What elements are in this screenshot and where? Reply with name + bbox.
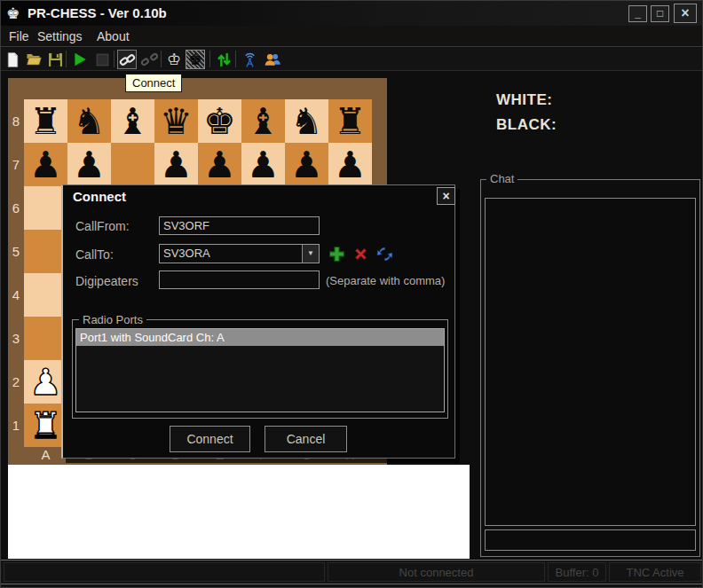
black-pawn[interactable]: ♟ [241,143,285,186]
title-bar: ♚ PR-CHESS - Ver 0.10b _ □ × [1,1,703,26]
users-icon [264,52,280,67]
status-connection: Not connected [328,562,545,582]
callto-value: SV3ORA [163,247,210,260]
black-rook[interactable]: ♜ [24,99,67,143]
toolbar: ♔ ♚ [1,48,703,71]
radio-port-item[interactable]: Port1 with SoundCard Ch: A [76,329,444,346]
chat-input[interactable] [485,529,696,551]
black-pawn[interactable]: ♟ [198,143,241,186]
callfrom-label: CallFrom: [75,219,130,233]
board-square[interactable]: ♜ [24,99,67,143]
chess-king-icon: ♚ [6,4,24,22]
black-rook[interactable]: ♜ [328,99,372,143]
white-piece-icon: ♔ [167,51,181,68]
board-square[interactable]: ♟ [154,143,198,186]
swap-callsign-button[interactable] [376,246,393,263]
board-square[interactable]: ♝ [111,99,154,143]
board-square[interactable]: ♞ [67,99,111,143]
disconnect-toolbar-button[interactable] [139,50,159,69]
callfrom-input[interactable] [159,216,320,235]
new-button[interactable] [3,50,22,69]
digipeaters-input[interactable] [159,270,320,289]
black-player-label: BLACK: [496,116,557,134]
play-icon [72,51,88,67]
black-queen[interactable]: ♛ [154,99,198,143]
add-callsign-button[interactable] [328,246,345,263]
chevron-down-icon[interactable]: ▼ [302,245,319,263]
connect-button[interactable]: Connect [170,426,250,452]
board-square[interactable]: ♟ [241,143,285,186]
play-button[interactable] [70,50,90,69]
maximize-button[interactable]: □ [651,5,669,22]
board-square[interactable]: ♟ [198,143,241,186]
toolbar-separator [114,51,115,67]
connect-chain-icon [119,51,136,68]
delete-callsign-button[interactable] [353,247,370,263]
delete-callsign-icon [353,247,368,262]
toolbar-separator [209,51,210,67]
board-square[interactable]: ♟ [285,143,328,186]
status-left [4,562,325,582]
minimize-button[interactable]: _ [628,5,647,22]
digipeaters-label: Digipeaters [75,274,138,288]
board-square[interactable]: ♛ [154,99,198,143]
menu-about[interactable]: About [97,29,130,43]
status-buffer: Buffer: 0 [548,562,606,582]
dialog-title: Connect [73,189,126,204]
menu-file[interactable]: File [9,29,29,43]
digipeaters-hint: (Separate with comma) [326,274,445,287]
black-pieces-button[interactable]: ♚ [186,50,205,69]
rank-label: 3 [8,317,24,360]
cancel-button[interactable]: Cancel [265,426,347,452]
black-pawn[interactable]: ♟ [24,143,67,186]
rank-label: 4 [8,273,24,317]
rank-label: 1 [8,404,24,447]
board-square[interactable]: ♟ [328,143,372,186]
board-square[interactable]: ♝ [241,99,285,143]
callto-combobox[interactable]: SV3ORA ▼ [159,244,320,263]
chat-label: Chat [486,172,517,185]
board-square[interactable]: ♚ [198,99,241,143]
chat-history[interactable] [485,198,696,526]
board-square[interactable]: ♟ [67,143,111,186]
radio-ports-list[interactable]: Port1 with SoundCard Ch: A [75,328,445,412]
dialog-close-button[interactable]: × [437,187,455,205]
black-pawn[interactable]: ♟ [285,143,328,186]
add-callsign-icon [328,246,345,263]
callto-label: CallTo: [75,247,114,262]
board-square[interactable] [111,143,154,186]
menu-bar: File Settings About [1,26,703,47]
radio-button[interactable] [240,50,259,69]
stop-icon [95,52,110,67]
connect-tooltip: Connect [125,74,182,92]
board-square[interactable]: ♞ [285,99,328,143]
disconnect-chain-icon [141,51,158,68]
refresh-button[interactable] [214,50,233,69]
rank-label: 5 [8,230,24,273]
black-knight[interactable]: ♞ [67,99,111,143]
toolbar-separator [66,51,67,67]
black-pawn[interactable]: ♟ [328,143,372,186]
black-knight[interactable]: ♞ [285,99,328,143]
black-bishop[interactable]: ♝ [241,99,285,143]
close-button[interactable]: × [674,4,697,23]
black-bishop[interactable]: ♝ [111,99,154,143]
stop-button[interactable] [92,50,112,69]
black-pawn[interactable]: ♟ [154,143,198,186]
white-pieces-button[interactable]: ♔ [164,50,184,69]
board-square[interactable]: ♜ [328,99,372,143]
status-tnc: TNC Active [609,562,701,582]
save-button[interactable] [45,50,65,69]
users-button[interactable] [262,50,281,69]
radio-antenna-icon [241,51,258,68]
black-pawn[interactable]: ♟ [67,143,111,186]
connect-toolbar-button[interactable] [117,50,137,69]
connect-dialog: Connect × CallFrom: CallTo: SV3ORA ▼ Dig… [61,184,455,459]
save-floppy-icon [48,52,63,67]
rank-label: 2 [8,360,24,404]
open-button[interactable] [24,50,43,69]
board-square[interactable]: ♟ [24,143,67,186]
refresh-arrows-icon [217,51,232,68]
black-king[interactable]: ♚ [198,99,241,143]
menu-settings[interactable]: Settings [37,29,83,43]
